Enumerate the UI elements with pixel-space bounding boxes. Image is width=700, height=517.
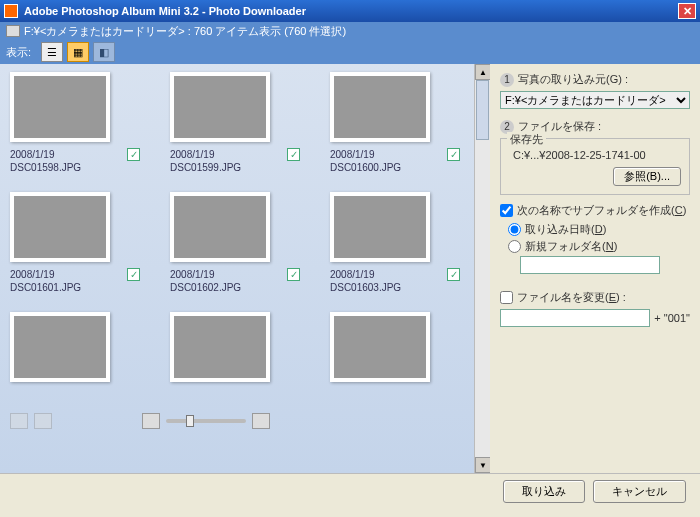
thumbnail-item[interactable]: 2008/1/19DSC01602.JPG✓ xyxy=(170,192,300,294)
step-1-label: 写真の取り込み元(G) : xyxy=(518,72,628,87)
thumbnail-item[interactable] xyxy=(170,312,300,388)
thumbnail-image[interactable] xyxy=(10,192,110,262)
thumbnail-checkbox[interactable]: ✓ xyxy=(287,148,300,161)
thumbnail-caption: 2008/1/19DSC01599.JPG xyxy=(170,148,241,174)
radio-import-date-row[interactable]: 取り込み日時(D) xyxy=(508,222,690,237)
radio-new-folder-row[interactable]: 新規フォルダ名(N) xyxy=(508,239,690,254)
new-folder-name-input[interactable] xyxy=(520,256,660,274)
thumbnail-image[interactable] xyxy=(10,312,110,382)
view-grid-button[interactable]: ▦ xyxy=(67,42,89,62)
thumbnail-item[interactable]: 2008/1/19DSC01603.JPG✓ xyxy=(330,192,460,294)
view-toolbar: 表示: ☰ ▦ ◧ xyxy=(0,40,700,64)
source-summary-text: F:¥<カメラまたはカードリーダ> : 760 アイテム表示 (760 件選択) xyxy=(24,24,346,39)
destination-legend: 保存先 xyxy=(507,132,546,147)
thumbnail-image[interactable] xyxy=(330,192,430,262)
scroll-up-icon[interactable]: ▲ xyxy=(475,64,490,80)
radio-new-folder-label: 新規フォルダ名(N) xyxy=(525,239,617,254)
camera-icon xyxy=(6,25,20,37)
thumbnail-checkbox[interactable]: ✓ xyxy=(447,148,460,161)
rename-base-input[interactable] xyxy=(500,309,650,327)
radio-import-date[interactable] xyxy=(508,223,521,236)
thumbnail-caption: 2008/1/19DSC01598.JPG xyxy=(10,148,81,174)
create-subfolder-label: 次の名称でサブフォルダを作成(C) xyxy=(517,203,686,218)
scroll-thumb[interactable] xyxy=(476,80,489,140)
thumb-small-icon[interactable] xyxy=(142,413,160,429)
dialog-footer: 取り込み キャンセル xyxy=(0,473,700,509)
rename-suffix-label: + "001" xyxy=(654,312,690,324)
thumbnail-image[interactable] xyxy=(170,192,270,262)
thumbnail-image[interactable] xyxy=(330,312,430,382)
title-bar: Adobe Photoshop Album Mini 3.2 - Photo D… xyxy=(0,0,700,22)
thumbnail-item[interactable]: 2008/1/19DSC01600.JPG✓ xyxy=(330,72,460,174)
import-button[interactable]: 取り込み xyxy=(503,480,585,503)
create-subfolder-row[interactable]: 次の名称でサブフォルダを作成(C) xyxy=(500,203,690,218)
destination-fieldset: 保存先 C:¥...¥2008-12-25-1741-00 参照(B)... xyxy=(500,138,690,195)
options-panel: 1 写真の取り込み元(G) : F:¥<カメラまたはカードリーダ> 2 ファイル… xyxy=(490,64,700,473)
step-1-header: 1 写真の取り込み元(G) : xyxy=(500,72,690,87)
thumbnail-image[interactable] xyxy=(170,312,270,382)
scrollbar[interactable]: ▲ ▼ xyxy=(474,64,490,473)
create-subfolder-checkbox[interactable] xyxy=(500,204,513,217)
browse-button[interactable]: 参照(B)... xyxy=(613,167,681,186)
window-title: Adobe Photoshop Album Mini 3.2 - Photo D… xyxy=(24,5,306,17)
thumbnail-checkbox[interactable]: ✓ xyxy=(287,268,300,281)
rename-files-label: ファイル名を変更(E) : xyxy=(517,290,626,305)
thumbnail-checkbox[interactable]: ✓ xyxy=(127,148,140,161)
thumbnail-pane: 2008/1/19DSC01598.JPG✓2008/1/19DSC01599.… xyxy=(0,64,490,473)
view-preview-button[interactable]: ◧ xyxy=(93,42,115,62)
close-button[interactable]: ✕ xyxy=(678,3,696,19)
thumbnail-checkbox[interactable]: ✓ xyxy=(447,268,460,281)
thumbnail-image[interactable] xyxy=(330,72,430,142)
view-label: 表示: xyxy=(6,45,31,60)
thumbnail-item[interactable]: 2008/1/19DSC01599.JPG✓ xyxy=(170,72,300,174)
thumbnail-caption: 2008/1/19DSC01603.JPG xyxy=(330,268,401,294)
thumbnail-image[interactable] xyxy=(10,72,110,142)
thumbnail-item[interactable] xyxy=(330,312,460,388)
slider-knob[interactable] xyxy=(186,415,194,427)
cancel-button[interactable]: キャンセル xyxy=(593,480,686,503)
scroll-down-icon[interactable]: ▼ xyxy=(475,457,490,473)
rename-files-checkbox[interactable] xyxy=(500,291,513,304)
source-select[interactable]: F:¥<カメラまたはカードリーダ> xyxy=(500,91,690,109)
source-summary-bar: F:¥<カメラまたはカードリーダ> : 760 アイテム表示 (760 件選択) xyxy=(0,22,700,40)
bottom-toolbar xyxy=(10,409,270,433)
rotate-right-button[interactable] xyxy=(34,413,52,429)
thumbnail-caption: 2008/1/19DSC01601.JPG xyxy=(10,268,81,294)
step-1-badge: 1 xyxy=(500,73,514,87)
rotate-left-button[interactable] xyxy=(10,413,28,429)
thumbnail-item[interactable] xyxy=(10,312,140,388)
thumb-large-icon[interactable] xyxy=(252,413,270,429)
thumbnail-item[interactable]: 2008/1/19DSC01601.JPG✓ xyxy=(10,192,140,294)
destination-path: C:¥...¥2008-12-25-1741-00 xyxy=(513,149,681,161)
app-icon xyxy=(4,4,18,18)
thumbnail-item[interactable]: 2008/1/19DSC01598.JPG✓ xyxy=(10,72,140,174)
radio-new-folder[interactable] xyxy=(508,240,521,253)
thumbnail-caption: 2008/1/19DSC01600.JPG xyxy=(330,148,401,174)
rename-files-row[interactable]: ファイル名を変更(E) : xyxy=(500,290,690,305)
thumbnail-checkbox[interactable]: ✓ xyxy=(127,268,140,281)
thumbnail-image[interactable] xyxy=(170,72,270,142)
thumb-size-slider[interactable] xyxy=(166,419,246,423)
thumbnail-caption: 2008/1/19DSC01602.JPG xyxy=(170,268,241,294)
radio-import-date-label: 取り込み日時(D) xyxy=(525,222,606,237)
view-list-button[interactable]: ☰ xyxy=(41,42,63,62)
